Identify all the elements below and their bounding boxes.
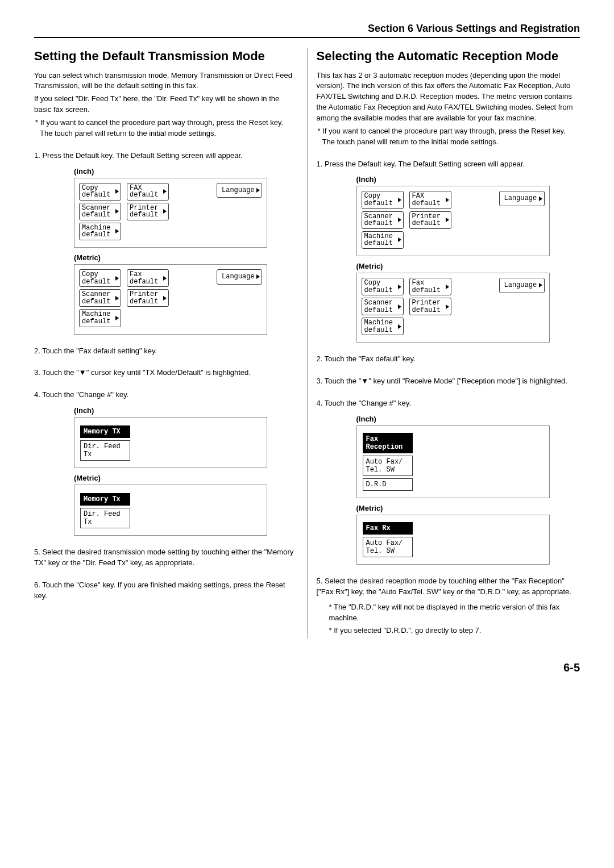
printer-default-button[interactable]: Printer default: [409, 211, 451, 229]
fax-rx-button[interactable]: Fax Rx: [363, 522, 413, 535]
machine-default-button[interactable]: Machine default: [362, 318, 404, 335]
memory-tx-button[interactable]: Memory TX: [80, 425, 130, 438]
label-inch: (Inch): [356, 415, 580, 423]
tx-panel-inch: Memory TX Dir. Feed Tx: [74, 417, 267, 468]
machine-default-button[interactable]: Machine default: [79, 309, 121, 327]
left-step-6: 6. Touch the "Close" key. If you are fin…: [34, 580, 298, 602]
language-button[interactable]: Language: [499, 191, 545, 206]
fax-default-button[interactable]: FAX default: [127, 183, 169, 201]
copy-default-button[interactable]: Copy default: [362, 191, 404, 208]
default-panel-inch: Copy default Scanner default Machine def…: [74, 178, 267, 248]
copy-default-button[interactable]: Copy default: [79, 183, 121, 201]
scanner-default-button[interactable]: Scanner default: [362, 211, 404, 229]
right-step-3: 3. Touch the "▼" key until "Receive Mode…: [317, 376, 580, 387]
left-note: * If you want to cancel the procedure pa…: [34, 118, 298, 139]
right-step-5-note2: * If you selected "D.R.D.", go directly …: [317, 625, 580, 636]
auto-fax-tel-button[interactable]: Auto Fax/ Tel. SW: [363, 537, 413, 557]
right-step-5: 5. Select the desired reception mode by …: [317, 576, 580, 598]
right-step-1: 1. Press the Default key. The Default Se…: [317, 159, 580, 170]
left-step-5: 5. Select the desired transmission mode …: [34, 547, 298, 569]
label-metric: (Metric): [356, 262, 580, 270]
language-button[interactable]: Language: [499, 278, 545, 293]
fax-reception-button[interactable]: Fax Reception: [363, 433, 413, 453]
dir-feed-tx-button[interactable]: Dir. Feed Tx: [80, 440, 130, 461]
page-number: 6-5: [34, 661, 580, 674]
rx-panel-metric: Fax Rx Auto Fax/ Tel. SW: [356, 515, 550, 565]
label-metric: (Metric): [356, 504, 580, 512]
printer-default-button[interactable]: Printer default: [409, 298, 451, 315]
right-title: Selecting the Automatic Reception Mode: [317, 48, 580, 65]
printer-default-button[interactable]: Printer default: [127, 289, 169, 307]
right-step-2: 2. Touch the "Fax default" key.: [317, 354, 580, 365]
default-panel-metric: Copy default Scanner default Machine def…: [74, 264, 267, 335]
machine-default-button[interactable]: Machine default: [362, 231, 404, 249]
default-panel-inch: Copy default Scanner default Machine def…: [356, 186, 550, 256]
left-step-1: 1. Press the Default key. The Default Se…: [34, 151, 298, 161]
copy-default-button[interactable]: Copy default: [362, 278, 404, 295]
left-intro-1: You can select which transmission mode, …: [34, 70, 298, 92]
right-step-4: 4. Touch the "Change #" key.: [317, 398, 580, 409]
scanner-default-button[interactable]: Scanner default: [79, 203, 121, 220]
drd-button[interactable]: D.R.D: [363, 478, 413, 491]
fax-default-button[interactable]: Fax default: [127, 269, 169, 287]
printer-default-button[interactable]: Printer default: [127, 203, 169, 220]
rx-panel-inch: Fax Reception Auto Fax/ Tel. SW D.R.D: [356, 425, 550, 498]
left-intro-2: If you select "Dir. Feed Tx" here, the "…: [34, 94, 298, 115]
language-button[interactable]: Language: [217, 183, 262, 198]
label-metric: (Metric): [74, 474, 298, 482]
scanner-default-button[interactable]: Scanner default: [79, 289, 121, 307]
label-inch: (Inch): [74, 167, 298, 176]
right-step-5-note1: * The "D.R.D." key will not be displayed…: [317, 602, 580, 624]
language-button[interactable]: Language: [217, 269, 262, 285]
fax-default-button[interactable]: FAX default: [409, 191, 451, 208]
left-title: Setting the Default Transmission Mode: [34, 48, 298, 65]
label-inch: (Inch): [356, 175, 580, 183]
tx-panel-metric: Memory Tx Dir. Feed Tx: [74, 485, 267, 536]
right-note: * If you want to cancel the procedure pa…: [317, 126, 580, 148]
scanner-default-button[interactable]: Scanner default: [362, 298, 404, 315]
section-header: Section 6 Various Settings and Registrat…: [368, 23, 580, 35]
left-step-3: 3. Touch the "▼" cursor key until "TX Mo…: [34, 368, 298, 378]
machine-default-button[interactable]: Machine default: [79, 223, 121, 240]
auto-fax-tel-button[interactable]: Auto Fax/ Tel. SW: [363, 456, 413, 476]
left-step-4: 4. Touch the "Change #" key.: [34, 390, 298, 400]
right-intro: This fax has 2 or 3 automatic reception …: [317, 70, 580, 124]
left-step-2: 2. Touch the "Fax default setting" key.: [34, 346, 298, 357]
fax-default-button[interactable]: Fax default: [409, 278, 451, 295]
memory-tx-button[interactable]: Memory Tx: [80, 493, 130, 506]
label-inch: (Inch): [74, 406, 298, 415]
default-panel-metric: Copy default Scanner default Machine def…: [356, 273, 550, 343]
copy-default-button[interactable]: Copy default: [79, 269, 121, 287]
label-metric: (Metric): [74, 253, 298, 262]
dir-feed-tx-button[interactable]: Dir. Feed Tx: [80, 508, 130, 528]
